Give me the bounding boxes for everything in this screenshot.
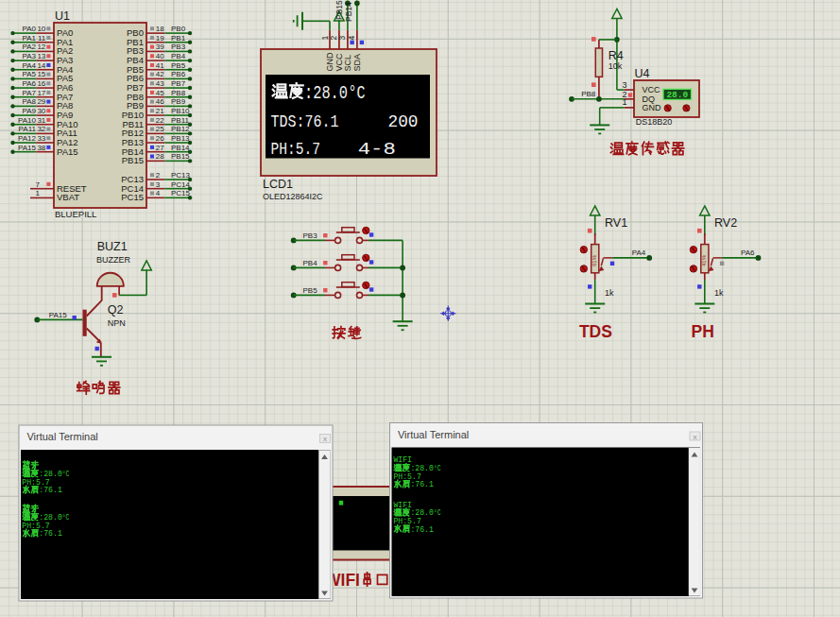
svg-text:4: 4 [347,36,356,41]
svg-text:PH:5.7: PH:5.7 [393,472,420,481]
svg-text:VBAT: VBAT [57,192,79,202]
svg-text:PB8: PB8 [581,90,596,98]
svg-text:PH:5.7: PH:5.7 [393,517,420,525]
svg-text:22: 22 [156,116,164,125]
svg-text:200: 200 [388,111,419,132]
svg-text:PB15: PB15 [171,152,190,161]
svg-text:PH: PH [692,322,714,341]
svg-text:PB13: PB13 [171,134,190,143]
svg-text:PA2: PA2 [22,43,36,51]
svg-text:PB15: PB15 [334,0,344,20]
svg-text:4: 4 [156,189,161,197]
svg-text:1k: 1k [605,288,614,298]
svg-text:PB8: PB8 [171,89,186,97]
svg-text:WIFI: WIFI [393,501,412,509]
svg-text:GND: GND [643,103,662,112]
svg-text:13: 13 [37,52,45,60]
svg-text:PA3: PA3 [22,52,36,60]
svg-text:°C: °C [349,82,366,104]
svg-text:PB7: PB7 [171,79,186,88]
svg-text:PA11: PA11 [19,125,37,133]
svg-text:°C: °C [434,508,441,517]
svg-text:PB1: PB1 [171,34,186,43]
svg-text:38: 38 [37,144,45,152]
svg-text:28.0: 28.0 [666,90,688,100]
svg-text:BLUEPILL: BLUEPILL [55,209,96,219]
svg-text:16: 16 [37,79,45,88]
svg-text:TDS: TDS [579,322,612,341]
svg-text:PC14: PC14 [171,180,191,189]
svg-text::76.1: :76.1 [39,529,62,538]
svg-text::76.1: :76.1 [39,486,62,494]
svg-text::28.0: :28.0 [304,82,348,104]
svg-text:PH:5.7: PH:5.7 [271,139,321,160]
svg-text:61%: 61% [591,254,597,266]
svg-text:PC15: PC15 [171,189,191,197]
svg-text:32: 32 [37,125,45,133]
svg-text::28.0: :28.0 [410,508,434,517]
svg-text:Q2: Q2 [108,303,124,317]
svg-text:10: 10 [37,25,45,33]
svg-text:PB0: PB0 [171,25,186,33]
svg-text:PB4: PB4 [171,52,186,60]
svg-text:Virtual Terminal: Virtual Terminal [398,429,469,440]
svg-text:U4: U4 [634,67,649,80]
svg-text:PB6: PB6 [171,70,186,78]
svg-text:PA10: PA10 [18,116,37,125]
svg-text:°C: °C [62,470,70,478]
svg-text::28.0: :28.0 [39,470,62,478]
svg-text:PA7: PA7 [22,89,36,97]
svg-text:43: 43 [156,79,164,88]
svg-text:Virtual Terminal: Virtual Terminal [26,431,97,442]
svg-text:41%: 41% [701,254,707,266]
svg-text:PB10: PB10 [171,107,190,115]
svg-text:OLED12864I2C: OLED12864I2C [263,192,323,201]
svg-text::76.1: :76.1 [410,480,434,488]
svg-text:PA6: PA6 [741,249,755,257]
svg-text:27: 27 [156,144,164,152]
svg-text:PA15: PA15 [57,146,78,157]
svg-text:30: 30 [37,107,45,115]
svg-text:RV1: RV1 [605,216,627,230]
svg-text:PA1: PA1 [22,34,36,43]
svg-text:17: 17 [37,89,45,97]
svg-text:x: x [323,435,327,443]
svg-text:1: 1 [622,97,626,107]
svg-text:SDA: SDA [352,54,362,72]
svg-text:VCC: VCC [643,85,661,94]
svg-text:U1: U1 [55,9,70,23]
svg-text:DS18B20: DS18B20 [636,117,673,127]
svg-text:26: 26 [156,134,164,143]
svg-text:PH:5.7: PH:5.7 [22,522,49,530]
svg-text:PA5: PA5 [22,70,36,78]
svg-text:PB14: PB14 [344,2,353,22]
svg-text:PB14: PB14 [171,144,190,152]
svg-text:LCD1: LCD1 [263,178,293,191]
svg-text:PC13: PC13 [171,171,191,180]
svg-text::76.1: :76.1 [410,525,434,534]
svg-text:14: 14 [37,61,45,70]
svg-text:PB3: PB3 [303,231,318,240]
svg-text:TDS:76.1: TDS:76.1 [271,111,339,132]
svg-text:RV2: RV2 [714,216,737,230]
svg-text:PB12: PB12 [171,125,190,133]
svg-text::28.0: :28.0 [39,513,62,522]
svg-text:BUZ1: BUZ1 [97,240,128,253]
svg-text:12: 12 [37,43,45,51]
svg-text:R4: R4 [609,49,624,62]
svg-text:45: 45 [156,89,164,97]
svg-text:18: 18 [156,25,164,33]
svg-text:PA4: PA4 [22,61,36,70]
svg-text:25: 25 [156,125,164,133]
svg-text:11: 11 [38,34,46,43]
svg-text:PA0: PA0 [22,25,36,33]
svg-text:WIFI: WIFI [393,455,412,464]
svg-text:15: 15 [37,70,45,78]
svg-text:33: 33 [37,134,45,143]
svg-text:31: 31 [37,116,45,125]
svg-text:PB5: PB5 [303,286,318,295]
svg-text:PA15: PA15 [18,144,37,152]
svg-text:39: 39 [156,43,164,51]
svg-text:°C: °C [62,513,70,522]
svg-text:7: 7 [36,180,41,189]
